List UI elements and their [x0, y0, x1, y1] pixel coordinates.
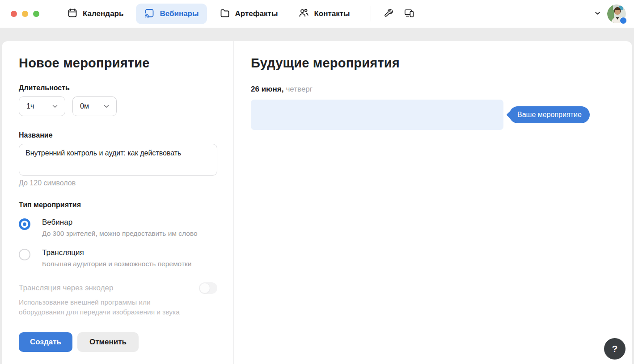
- tab-label: Артефакты: [235, 9, 278, 18]
- tab-label: Вебинары: [160, 9, 199, 18]
- window-minimize-button[interactable]: [22, 11, 28, 17]
- folder-icon: [220, 8, 230, 21]
- tab-label: Календарь: [83, 9, 123, 18]
- people-icon: [298, 8, 309, 21]
- form-title: Новое мероприятие: [19, 56, 217, 71]
- event-name-input[interactable]: Внутренний контроль и аудит: как действо…: [19, 144, 217, 176]
- devices-icon: [404, 8, 414, 20]
- radio-option-broadcast[interactable]: Трансляция Большая аудитория и возможнос…: [19, 248, 217, 268]
- window-close-button[interactable]: [11, 11, 17, 17]
- radio-text: Трансляция Большая аудитория и возможнос…: [42, 248, 191, 268]
- radio-option-title: Вебинар: [42, 218, 198, 227]
- tab-label: Контакты: [314, 9, 350, 18]
- upcoming-events-panel: Будущие мероприятия 26 июня,четверг Ваше…: [234, 41, 632, 364]
- tab-webinars[interactable]: Вебинары: [136, 4, 207, 24]
- event-date: 26 июня,четверг: [251, 85, 614, 94]
- duration-minutes-select[interactable]: 0м: [72, 96, 117, 116]
- tooltip-arrow: [507, 111, 514, 119]
- tab-artifacts[interactable]: Артефакты: [211, 4, 286, 24]
- profile-menu-button[interactable]: [594, 9, 601, 19]
- settings-wrench-button[interactable]: [378, 4, 399, 24]
- duration-label: Длительность: [19, 84, 217, 92]
- topbar: Календарь Вебинары Артефакты: [0, 0, 634, 28]
- radio-selected-icon[interactable]: [19, 218, 30, 230]
- radio-option-description: До 300 зрителей, можно предоставить им с…: [42, 230, 198, 238]
- content-panel: Новое мероприятие Длительность 1ч 0м Наз…: [2, 41, 632, 364]
- main-nav: Календарь Вебинары Артефакты: [59, 4, 358, 24]
- window-zoom-button[interactable]: [33, 11, 39, 17]
- event-row: Ваше мероприятие: [251, 100, 503, 130]
- type-label: Тип мероприятия: [19, 201, 217, 209]
- radio-option-description: Большая аудитория и возможность перемотк…: [42, 260, 191, 268]
- avatar[interactable]: [607, 4, 626, 23]
- encoder-toggle[interactable]: [199, 282, 217, 294]
- event-placeholder-block[interactable]: [251, 100, 503, 130]
- radio-option-title: Трансляция: [42, 248, 191, 257]
- name-helper-text: До 120 символов: [19, 179, 217, 187]
- screencast-icon: [144, 8, 155, 21]
- encoder-section: Трансляция через энкодер Использование в…: [19, 282, 217, 317]
- event-date-day: 26 июня,: [251, 85, 284, 93]
- radio-unselected-icon[interactable]: [19, 249, 30, 260]
- tab-calendar[interactable]: Календарь: [59, 4, 131, 24]
- calendar-icon: [67, 8, 78, 21]
- radio-dot: [23, 222, 26, 226]
- chevron-down-icon: [102, 102, 110, 110]
- create-button[interactable]: Создать: [19, 332, 72, 352]
- chevron-down-icon: [51, 102, 59, 110]
- chevron-down-icon: [594, 9, 601, 19]
- radio-inner-ring: [21, 221, 28, 228]
- help-button[interactable]: ?: [604, 338, 626, 360]
- avatar-status-badge: [620, 17, 627, 24]
- form-actions: Создать Отменить: [19, 332, 217, 352]
- events-title: Будущие мероприятия: [251, 56, 614, 71]
- topbar-divider: [371, 6, 371, 21]
- main-area: Новое мероприятие Длительность 1ч 0м Наз…: [0, 28, 634, 364]
- name-label: Название: [19, 131, 217, 139]
- cancel-button[interactable]: Отменить: [77, 332, 139, 352]
- encoder-label: Трансляция через энкодер: [19, 284, 113, 293]
- tooltip-label: Ваше мероприятие: [517, 111, 582, 119]
- duration-hours-value: 1ч: [26, 102, 34, 110]
- duration-row: 1ч 0м: [19, 96, 217, 116]
- tab-contacts[interactable]: Контакты: [290, 4, 358, 24]
- wrench-icon: [383, 8, 394, 20]
- question-mark-icon: ?: [612, 343, 618, 354]
- toggle-knob: [199, 283, 210, 293]
- event-date-weekday: четверг: [286, 85, 313, 93]
- radio-option-webinar[interactable]: Вебинар До 300 зрителей, можно предостав…: [19, 218, 217, 238]
- radio-text: Вебинар До 300 зрителей, можно предостав…: [42, 218, 198, 238]
- duration-minutes-value: 0м: [80, 102, 89, 110]
- encoder-row: Трансляция через энкодер: [19, 282, 217, 294]
- encoder-description: Использование внешней программы или обор…: [19, 297, 185, 317]
- your-event-tooltip: Ваше мероприятие: [509, 106, 590, 123]
- duration-hours-select[interactable]: 1ч: [19, 96, 65, 116]
- new-event-form: Новое мероприятие Длительность 1ч 0м Наз…: [2, 41, 234, 364]
- topbar-right: [594, 4, 626, 23]
- devices-button[interactable]: [399, 4, 419, 24]
- window-controls: [11, 11, 39, 17]
